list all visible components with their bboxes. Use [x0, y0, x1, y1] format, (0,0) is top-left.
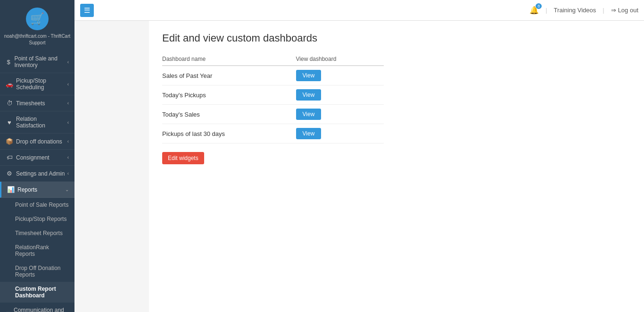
tag-icon: 🏷 — [6, 154, 13, 161]
sidebar-item-timesheets-label: Timesheets — [16, 100, 45, 107]
sidebar-item-consignment[interactable]: 🏷 Consignment ‹ — [0, 150, 74, 166]
gear-icon: ⚙ — [6, 170, 13, 177]
sidebar-item-pickup[interactable]: 🚗 Pickup/Stop Scheduling ‹ — [0, 73, 74, 95]
sidebar-item-dropoff-label: Drop off donations — [16, 138, 62, 145]
dashboard-name-cell: Today's Pickups — [162, 85, 292, 105]
chevron-icon: ‹ — [67, 101, 69, 106]
sidebar-item-pos[interactable]: $ Point of Sale and Inventory ‹ — [0, 51, 74, 73]
dashboard-name-cell: Sales of Past Year — [162, 66, 292, 85]
logout-label: Log out — [618, 7, 638, 14]
edit-widgets-button[interactable]: Edit widgets — [162, 152, 204, 164]
sidebar-sub-timesheet-reports[interactable]: Timesheet Reports — [0, 226, 74, 240]
table-row: Today's SalesView — [162, 105, 384, 124]
sidebar-item-consignment-label: Consignment — [16, 154, 50, 161]
sidebar-item-communication[interactable]: ✉ Communication and notifications ‹ — [0, 303, 74, 312]
table-row: Pickups of last 30 daysView — [162, 124, 384, 143]
hamburger-button[interactable]: ☰ — [80, 4, 94, 17]
view-button[interactable]: View — [296, 109, 322, 120]
col-dashboard-name: Dashboard name — [162, 54, 292, 66]
sidebar-sub-pickup-reports[interactable]: Pickup/Stop Reports — [0, 212, 74, 226]
col-view-dashboard: View dashboard — [292, 54, 384, 66]
logout-link[interactable]: ⇒ Log out — [611, 7, 638, 14]
dashboard-name-cell: Today's Sales — [162, 105, 292, 124]
sidebar-item-relation-label: Relation Satisfaction — [16, 116, 67, 129]
sidebar-item-settings[interactable]: ⚙ Settings and Admin ‹ — [0, 166, 74, 182]
sidebar-sub-relation-reports[interactable]: RelationRank Reports — [0, 240, 74, 261]
logout-arrow-icon: ⇒ — [611, 7, 616, 14]
car-icon: 🚗 — [6, 81, 13, 88]
chevron-icon: ‹ — [67, 171, 69, 176]
box-icon: 📦 — [6, 138, 13, 145]
page-title: Edit and view custom dashboards — [162, 32, 631, 44]
topbar: ☰ 🔔 8 | Training Videos | ⇒ Log out — [74, 0, 644, 21]
sidebar-item-relation[interactable]: ♥ Relation Satisfaction ‹ — [0, 111, 74, 134]
main-content: Edit and view custom dashboards Dashboar… — [149, 21, 644, 312]
dashboard-name-cell: Pickups of last 30 days — [162, 124, 292, 143]
chevron-icon: ‹ — [67, 139, 69, 144]
dashboard-table: Dashboard name View dashboard Sales of P… — [162, 54, 384, 143]
notification-badge: 8 — [536, 3, 542, 9]
clock-icon: ⏱ — [6, 100, 13, 107]
sidebar: 🛒 noah@thriftcart.com - ThriftCart Suppo… — [0, 0, 74, 312]
sidebar-sub-custom-report[interactable]: Custom Report Dashboard — [0, 282, 74, 303]
view-button[interactable]: View — [296, 89, 322, 101]
user-label: noah@thriftcart.com - ThriftCart Support — [4, 33, 71, 46]
sidebar-item-communication-label: Communication and notifications — [14, 307, 67, 312]
sidebar-item-dropoff[interactable]: 📦 Drop off donations ‹ — [0, 134, 74, 150]
sidebar-item-pos-label: Point of Sale and Inventory — [14, 55, 67, 68]
dashboard-view-cell: View — [292, 105, 384, 124]
sidebar-logo: 🛒 noah@thriftcart.com - ThriftCart Suppo… — [0, 0, 74, 51]
sidebar-item-timesheets[interactable]: ⏱ Timesheets ‹ — [0, 95, 74, 111]
heart-icon: ♥ — [6, 119, 13, 126]
dollar-icon: $ — [6, 59, 11, 66]
chevron-down-icon: ⌄ — [65, 187, 69, 192]
dashboard-view-cell: View — [292, 66, 384, 85]
sidebar-item-reports-label: Reports — [17, 186, 37, 193]
dashboard-view-cell: View — [292, 124, 384, 143]
sidebar-sub-pos-reports[interactable]: Point of Sale Reports — [0, 198, 74, 212]
chevron-icon: ‹ — [67, 120, 69, 125]
sidebar-item-settings-label: Settings and Admin — [16, 170, 65, 177]
chevron-icon: ‹ — [67, 82, 69, 87]
view-button[interactable]: View — [296, 128, 322, 139]
sidebar-item-reports[interactable]: 📊 Reports ⌄ — [0, 182, 74, 198]
chevron-icon: ‹ — [67, 59, 69, 65]
sidebar-sub-dropoff-reports[interactable]: Drop Off Donation Reports — [0, 261, 74, 282]
topbar-right: 🔔 8 | Training Videos | ⇒ Log out — [529, 6, 638, 15]
sidebar-item-pickup-label: Pickup/Stop Scheduling — [16, 77, 67, 91]
training-videos-link[interactable]: Training Videos — [554, 7, 596, 14]
chevron-icon: ‹ — [67, 155, 69, 160]
dashboard-view-cell: View — [292, 85, 384, 105]
table-row: Today's PickupsView — [162, 85, 384, 105]
envelope-icon: ✉ — [6, 310, 11, 312]
notification-icon[interactable]: 🔔 8 — [529, 6, 539, 15]
cart-icon: 🛒 — [26, 8, 49, 30]
table-row: Sales of Past YearView — [162, 66, 384, 85]
chart-icon: 📊 — [7, 186, 15, 193]
view-button[interactable]: View — [296, 70, 322, 81]
